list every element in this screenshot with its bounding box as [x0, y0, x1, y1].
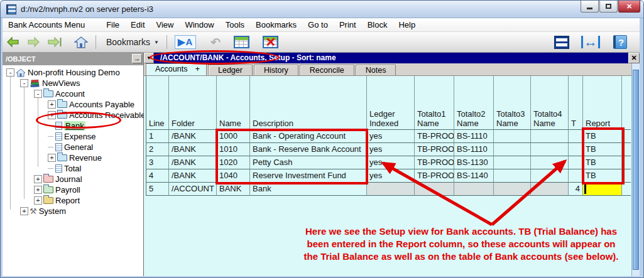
expand-toggle[interactable]: + — [34, 186, 42, 194]
tab-notes[interactable]: Notes — [356, 65, 396, 75]
col-header-description[interactable]: Description — [250, 76, 367, 130]
tree-item-system[interactable]: + ⚒ System — [3, 206, 143, 217]
panel-close-button[interactable]: ✕ — [628, 53, 640, 63]
tree-item-bank[interactable]: Bank — [3, 120, 143, 131]
col-header-ledger-indexed[interactable]: Ledger Indexed — [367, 76, 415, 130]
cell-folder[interactable]: /BANK — [169, 156, 217, 169]
menu-window[interactable]: Window — [179, 19, 219, 31]
tree-item-revenue[interactable]: + Revenue — [3, 152, 143, 163]
window-view-button[interactable] — [551, 34, 572, 50]
menu-edit[interactable]: Edit — [125, 19, 150, 31]
col-header-totalto3[interactable]: Totalto3 Name — [494, 76, 531, 130]
cell-report[interactable]: TB — [583, 143, 622, 156]
cell-totalto4[interactable] — [531, 183, 569, 196]
tree-item-expense[interactable]: Expense — [3, 131, 143, 142]
menu-bookmarks[interactable]: Bookmarks — [250, 19, 302, 31]
tree-item-report[interactable]: + Report — [3, 195, 143, 206]
cell-ledger-indexed[interactable]: yes — [367, 130, 415, 143]
expand-toggle[interactable]: + — [34, 175, 42, 183]
cell-line[interactable]: 2 — [146, 143, 169, 156]
cell-ledger-indexed[interactable]: yes — [367, 169, 415, 183]
cell-description[interactable]: Reserve Investment Fund — [250, 169, 367, 183]
col-header-line[interactable]: Line — [146, 76, 169, 130]
tree-item-general[interactable]: General — [3, 142, 143, 152]
collapse-toggle[interactable]: - — [34, 90, 42, 98]
maximize-button[interactable] — [599, 1, 618, 13]
cell-description[interactable]: Bank - Reserve Bank Account — [250, 143, 367, 156]
cell-t[interactable]: 4 — [569, 183, 583, 196]
cell-ledger-indexed[interactable]: yes — [367, 156, 415, 169]
tree-item-accounts-payable[interactable]: + Accounts Payable — [3, 99, 143, 110]
menu-tools[interactable]: Tools — [220, 19, 250, 31]
forward-button[interactable] — [24, 34, 43, 50]
bookmarks-dropdown[interactable]: Bookmarks ▼ — [101, 34, 162, 50]
cell-name[interactable]: BANK — [217, 183, 250, 196]
tab-accounts[interactable]: Accounts + — [146, 63, 207, 75]
cell-line[interactable]: 1 — [146, 130, 169, 143]
back-button[interactable] — [3, 34, 23, 50]
cell-folder[interactable]: /BANK — [169, 169, 217, 183]
menu-view[interactable]: View — [151, 19, 180, 31]
tree-item-newviews[interactable]: - NewViews — [3, 78, 143, 88]
cell-line[interactable]: 4 — [146, 169, 169, 183]
expand-toggle[interactable]: + — [20, 207, 28, 215]
menu-print[interactable]: Print — [334, 19, 362, 31]
minimize-button[interactable] — [581, 1, 599, 13]
cell-report[interactable]: TB — [583, 156, 622, 169]
cell-description[interactable]: Bank - Operating Account — [250, 130, 367, 143]
cell-name[interactable]: 1000 — [217, 130, 250, 143]
cell-folder[interactable]: /BANK — [169, 143, 217, 156]
fit-width-button[interactable]: ↔ — [578, 34, 603, 50]
undo-button[interactable]: ↶ — [207, 34, 224, 50]
cell-totalto3[interactable] — [494, 143, 531, 156]
run-script-button[interactable]: ▶A — [172, 34, 199, 50]
expand-toggle[interactable]: + — [48, 154, 56, 162]
tree-item-root[interactable]: - Non-profit Housing Demo — [3, 67, 143, 78]
cell-name[interactable]: 1020 — [217, 156, 250, 169]
cell-totalto4[interactable] — [531, 169, 569, 183]
cell-ledger-indexed[interactable] — [367, 183, 415, 196]
cell-t[interactable] — [569, 130, 583, 143]
tree-item-accounts-receivable[interactable]: + Accounts Receivable — [3, 110, 143, 120]
cell-ledger-indexed[interactable]: yes — [367, 143, 415, 156]
expand-toggle[interactable]: + — [48, 100, 56, 109]
cell-totalto2[interactable]: BS-1110 — [454, 143, 494, 156]
cell-totalto1[interactable]: TB-PROOF — [415, 143, 454, 156]
cell-line[interactable]: 3 — [146, 156, 169, 169]
cell-t[interactable] — [569, 169, 583, 183]
title-bar[interactable]: d:/nv2/nvnph.nv2 on server peters-i3 ✕ — [1, 1, 644, 18]
home-button[interactable] — [71, 34, 91, 50]
cell-totalto2[interactable]: BS-1130 — [454, 156, 494, 169]
menu-help[interactable]: Help — [393, 19, 421, 31]
cell-folder[interactable]: /BANK — [169, 130, 217, 143]
cell-report[interactable]: TB — [583, 130, 622, 143]
menu-goto[interactable]: Go to — [302, 19, 334, 31]
cell-totalto1[interactable]: TB-PROOF — [415, 156, 454, 169]
col-header-totalto1[interactable]: Totalto1 Name — [415, 76, 454, 130]
cell-totalto4[interactable] — [531, 156, 569, 169]
cell-report-active[interactable] — [583, 183, 622, 196]
cell-totalto1[interactable]: TB-PROOF — [415, 130, 454, 143]
cell-t[interactable] — [569, 156, 583, 169]
cell-totalto1[interactable]: TB-PROOF — [415, 169, 454, 183]
close-button[interactable]: ✕ — [618, 1, 640, 13]
cell-totalto2[interactable]: BS-1140 — [454, 169, 494, 183]
cell-name[interactable]: 1010 — [217, 143, 250, 156]
cell-totalto4[interactable] — [531, 143, 569, 156]
expand-toggle[interactable]: + — [34, 196, 42, 205]
cell-totalto2[interactable]: BS-1110 — [454, 130, 494, 143]
tab-ledger[interactable]: Ledger — [208, 65, 253, 75]
collapse-toggle[interactable]: - — [6, 68, 14, 77]
cell-t[interactable] — [569, 143, 583, 156]
tree-item-account[interactable]: - Account — [3, 88, 143, 99]
cell-totalto4[interactable] — [531, 130, 569, 143]
help-button[interactable]: ? — [610, 34, 630, 50]
tab-history[interactable]: History — [254, 65, 298, 75]
cell-totalto3[interactable] — [494, 183, 531, 196]
tree-item-payroll[interactable]: + Payroll — [3, 184, 143, 195]
cell-totalto3[interactable] — [494, 130, 531, 143]
new-table-button[interactable] — [231, 34, 253, 50]
cell-folder[interactable]: /ACCOUNT — [169, 183, 217, 196]
tree-item-journal[interactable]: + Journal — [3, 174, 143, 184]
tab-plus[interactable]: + — [195, 64, 200, 75]
